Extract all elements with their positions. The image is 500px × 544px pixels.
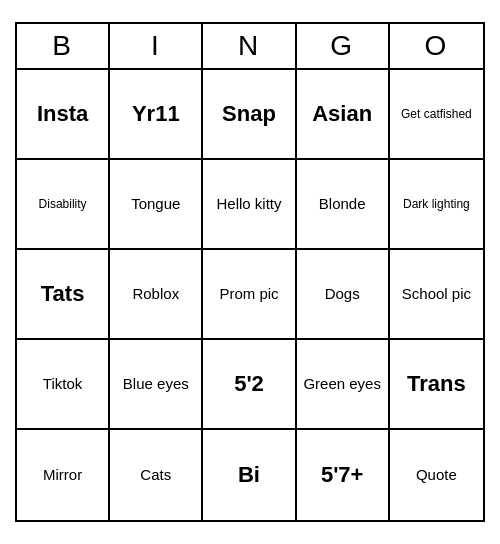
bingo-cell: Prom pic (203, 250, 296, 340)
bingo-header: BINGO (17, 24, 483, 70)
bingo-cell: Tongue (110, 160, 203, 250)
header-letter: B (17, 24, 110, 68)
header-letter: O (390, 24, 483, 68)
bingo-cell: 5'7+ (297, 430, 390, 520)
bingo-cell: Asian (297, 70, 390, 160)
bingo-cell: Yr11 (110, 70, 203, 160)
bingo-cell: Mirror (17, 430, 110, 520)
bingo-cell: Snap (203, 70, 296, 160)
bingo-grid: InstaYr11SnapAsianGet catfishedDisabilit… (17, 70, 483, 520)
bingo-cell: Hello kitty (203, 160, 296, 250)
bingo-cell: Dogs (297, 250, 390, 340)
bingo-cell: Trans (390, 340, 483, 430)
bingo-card: BINGO InstaYr11SnapAsianGet catfishedDis… (15, 22, 485, 522)
bingo-cell: Cats (110, 430, 203, 520)
bingo-cell: Green eyes (297, 340, 390, 430)
bingo-cell: Blue eyes (110, 340, 203, 430)
header-letter: G (297, 24, 390, 68)
bingo-cell: Get catfished (390, 70, 483, 160)
bingo-cell: Roblox (110, 250, 203, 340)
bingo-cell: Dark lighting (390, 160, 483, 250)
bingo-cell: 5'2 (203, 340, 296, 430)
bingo-cell: Blonde (297, 160, 390, 250)
bingo-cell: Bi (203, 430, 296, 520)
bingo-cell: Quote (390, 430, 483, 520)
header-letter: N (203, 24, 296, 68)
bingo-cell: Tats (17, 250, 110, 340)
bingo-cell: School pic (390, 250, 483, 340)
bingo-cell: Insta (17, 70, 110, 160)
header-letter: I (110, 24, 203, 68)
bingo-cell: Tiktok (17, 340, 110, 430)
bingo-cell: Disability (17, 160, 110, 250)
